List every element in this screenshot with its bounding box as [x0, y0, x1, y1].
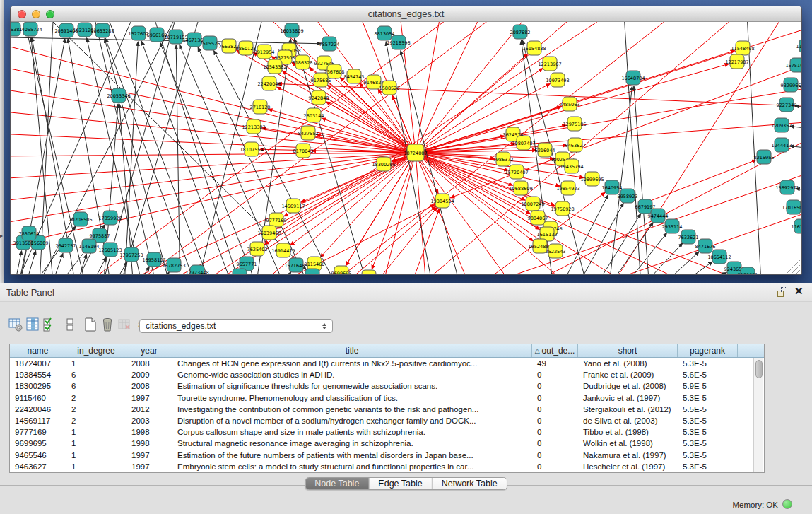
graph-node[interactable]: 17016504 — [782, 200, 801, 214]
graph-node[interactable]: 16648784 — [621, 71, 645, 85]
table-row[interactable]: 977716911998Corpus callosum shape and si… — [10, 426, 764, 438]
graph-node[interactable]: 15720407 — [505, 165, 528, 179]
graph-node[interactable]: 1145194 — [79, 239, 100, 253]
column-header-title[interactable]: title — [172, 344, 532, 357]
table-cell[interactable]: 0 — [532, 394, 578, 402]
graph-node[interactable]: 8427552 — [298, 126, 319, 140]
scrollbar-thumb[interactable] — [755, 360, 763, 378]
table-cell[interactable]: Embryonic stem cells: a model to study s… — [172, 462, 532, 471]
table-select-dropdown[interactable]: citations_edges.txt — [139, 319, 333, 333]
graph-node[interactable]: 9465546 — [359, 270, 379, 274]
west-panel-collapsed-strip[interactable]: ▸ — [0, 0, 4, 283]
table-cell[interactable]: Hescheler et al. (1997) — [578, 462, 678, 471]
column-header-out_de[interactable]: △out_de... — [532, 344, 578, 357]
table-cell[interactable]: 2008 — [126, 359, 172, 368]
graph-node[interactable]: 9463627 — [565, 138, 586, 152]
network-graph-canvas[interactable]: 2055381914055724206914061623120110653287… — [11, 22, 801, 274]
table-cell[interactable]: 18724007 — [10, 359, 66, 368]
table-cell[interactable]: 2 — [66, 394, 126, 402]
table-cell[interactable]: 9465546 — [10, 451, 66, 460]
close-window-button[interactable] — [18, 10, 26, 18]
graph-node[interactable]: 16033809 — [280, 23, 303, 37]
table-cell[interactable]: Dudbridge et al. (2008) — [578, 382, 678, 390]
table-cell[interactable]: 5.3E-5 — [678, 439, 738, 448]
graph-node[interactable]: 2087682 — [510, 25, 531, 39]
table-cell[interactable]: 5.3E-5 — [678, 416, 738, 425]
network-view-window[interactable]: citations_edges.txt 20553819140557242069… — [10, 6, 802, 275]
table-cell[interactable]: 0 — [532, 462, 578, 471]
table-cell[interactable]: 6 — [66, 370, 126, 379]
graph-node[interactable]: 7632621 — [678, 230, 699, 244]
close-panel-button[interactable]: ✕ — [794, 285, 804, 298]
table-cell[interactable]: 5.3E-5 — [678, 451, 738, 460]
table-row[interactable]: 1830029562008Estimation of significance … — [10, 380, 764, 392]
table-row[interactable]: 1456911722003Disruption of a novel membe… — [10, 415, 764, 426]
table-row[interactable]: 1938455462009Genome-wide association stu… — [10, 369, 764, 380]
table-cell[interactable]: Structural magnetic resonance image aver… — [172, 439, 532, 448]
table-cell[interactable]: 1 — [66, 439, 126, 448]
graph-node[interactable]: 15751074 — [785, 58, 801, 72]
graph-node[interactable]: 7485063 — [560, 97, 580, 111]
table-cell[interactable]: 5.3E-5 — [678, 394, 738, 402]
graph-node[interactable]: 9474444 — [648, 209, 669, 223]
table-cell[interactable]: Franke et al. (2009) — [578, 370, 678, 379]
table-cell[interactable]: 9699695 — [10, 439, 66, 448]
graph-node[interactable]: 9777169 — [266, 213, 287, 227]
table-cell[interactable]: 2009 — [126, 370, 172, 379]
graph-node[interactable]: 11548498 — [731, 41, 754, 55]
expand-panel-arrow-icon[interactable]: ▸ — [0, 233, 3, 239]
table-cell[interactable]: 0 — [532, 416, 578, 425]
graph-node[interactable]: 1167531 — [792, 219, 801, 233]
table-cell[interactable]: 0 — [532, 439, 578, 448]
graph-node[interactable]: 20053346 — [107, 88, 130, 103]
tab-edge-table[interactable]: Edge Table — [369, 478, 432, 489]
table-cell[interactable]: 2008 — [126, 382, 172, 390]
graph-node[interactable]: 8454743 — [344, 69, 365, 83]
table-cell[interactable]: 18300295 — [10, 382, 66, 390]
table-row[interactable]: 1872400712008Changes of HCN gene express… — [10, 358, 764, 369]
graph-node[interactable]: 12213383 — [242, 119, 265, 134]
table-row[interactable]: 911546021997Tourette syndrome. Phenomeno… — [10, 392, 764, 404]
column-header-pagerank[interactable]: pagerank — [678, 344, 738, 357]
table-cell[interactable]: 2003 — [126, 416, 172, 425]
graph-node[interactable]: 9242848 — [309, 90, 329, 105]
graph-node[interactable]: 8215955 — [754, 150, 775, 164]
table-cell[interactable]: 1998 — [126, 428, 172, 436]
table-cell[interactable]: 0 — [532, 428, 578, 436]
graph-node[interactable]: 7986372 — [493, 152, 514, 166]
create-column-button[interactable] — [82, 317, 98, 335]
graph-node[interactable]: 20206505 — [69, 212, 92, 226]
column-header-name[interactable]: name — [10, 344, 66, 357]
show-columns-button[interactable] — [24, 317, 40, 335]
table-cell[interactable]: 9115460 — [10, 394, 66, 402]
graph-node[interactable]: 18300295 — [372, 157, 395, 171]
table-mode-button[interactable] — [7, 317, 23, 335]
graph-node[interactable]: 7857224 — [319, 37, 340, 51]
table-cell[interactable]: 0 — [532, 451, 578, 460]
delete-columns-button[interactable] — [99, 317, 115, 335]
table-cell[interactable]: Stergiakouli et al. (2012) — [578, 405, 678, 414]
table-cell[interactable]: Nakamura et al. (1997) — [578, 451, 678, 460]
table-cell[interactable]: 5.3E-5 — [678, 428, 738, 436]
graph-node[interactable]: 19384554 — [430, 194, 454, 208]
table-cell[interactable]: 1997 — [126, 394, 172, 402]
table-cell[interactable]: 1997 — [126, 451, 172, 460]
table-cell[interactable]: 1 — [66, 451, 126, 460]
graph-node[interactable]: 1117434 — [796, 39, 801, 53]
float-panel-button[interactable] — [777, 287, 789, 298]
table-cell[interactable]: Genome-wide association studies in ADHD. — [172, 370, 532, 379]
zoom-window-button[interactable] — [46, 10, 54, 18]
table-cell[interactable]: 1998 — [126, 439, 172, 448]
graph-node[interactable]: 9329966 — [781, 78, 801, 92]
graph-node[interactable]: 22420046 — [257, 76, 281, 90]
table-cell[interactable]: de Silva et al. (2003) — [578, 416, 678, 425]
table-cell[interactable]: Changes of HCN gene expression and I(f) … — [172, 359, 532, 368]
table-cell[interactable]: 2012 — [126, 405, 172, 414]
delete-table-button[interactable] — [116, 317, 132, 335]
graph-node[interactable]: 12217987 — [725, 54, 748, 69]
table-cell[interactable]: 1 — [66, 428, 126, 436]
graph-node[interactable]: 2718120 — [250, 100, 271, 114]
graph-node[interactable]: 16039468 — [257, 226, 281, 240]
graph-node[interactable]: 2342757 — [56, 238, 76, 252]
table-cell[interactable]: 19384554 — [10, 370, 66, 379]
